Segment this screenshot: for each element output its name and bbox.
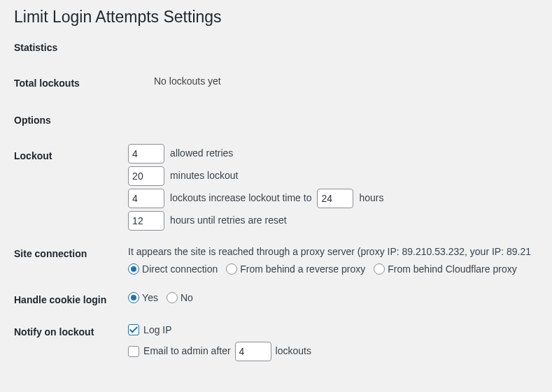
- total-lockouts-value: No lockouts yet: [154, 67, 538, 99]
- cookie-yes-label: Yes: [142, 291, 158, 305]
- reverse-proxy-radio[interactable]: [226, 263, 237, 275]
- reverse-proxy-label: From behind a reverse proxy: [240, 262, 365, 277]
- log-ip-checkbox[interactable]: [128, 324, 139, 335]
- allowed-retries-input[interactable]: [128, 144, 164, 164]
- email-admin-lockouts-input[interactable]: [235, 342, 271, 361]
- log-ip-label: Log IP: [143, 323, 171, 337]
- site-connection-label: Site connection: [14, 238, 128, 284]
- hours-until-reset-text: hours until retries are reset: [170, 213, 287, 228]
- cookie-yes-radio[interactable]: [128, 292, 139, 303]
- cloudflare-proxy-label: From behind Cloudflare proxy: [388, 262, 516, 277]
- hours-until-reset-input[interactable]: [128, 211, 164, 231]
- cookie-login-label: Handle cookie login: [14, 284, 128, 316]
- email-admin-prefix: Email to admin after: [143, 344, 231, 358]
- email-admin-checkbox[interactable]: [128, 346, 139, 357]
- cookie-no-label: No: [181, 291, 193, 305]
- page-title: Limit Login Attempts Settings: [14, 7, 538, 28]
- notify-lockout-label: Notify on lockout: [14, 316, 128, 372]
- lockouts-increase-hours-input[interactable]: [317, 189, 353, 208]
- statistics-heading: Statistics: [14, 42, 538, 53]
- hours-text: hours: [359, 191, 383, 205]
- cloudflare-proxy-radio[interactable]: [374, 263, 385, 275]
- proxy-note: It appears the site is reached through a…: [128, 245, 531, 259]
- lockouts-increase-text: lockouts increase lockout time to: [170, 191, 311, 205]
- cookie-no-radio[interactable]: [167, 292, 178, 303]
- direct-connection-label: Direct connection: [142, 262, 218, 277]
- direct-connection-radio[interactable]: [128, 263, 139, 275]
- lockouts-increase-input[interactable]: [128, 189, 164, 208]
- lockout-label: Lockout: [14, 140, 128, 238]
- email-admin-suffix: lockouts: [276, 344, 311, 358]
- options-heading: Options: [14, 115, 538, 126]
- minutes-lockout-text: minutes lockout: [170, 168, 238, 183]
- minutes-lockout-input[interactable]: [128, 166, 164, 186]
- allowed-retries-text: allowed retries: [170, 146, 233, 161]
- total-lockouts-label: Total lockouts: [14, 67, 154, 99]
